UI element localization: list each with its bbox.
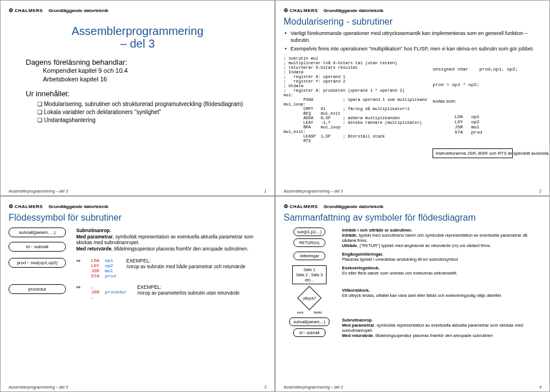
kodas-label: kodas som: bbox=[433, 99, 518, 104]
title-line-1: Assemblerprogrammering bbox=[72, 25, 203, 37]
diamond-cond: uttryck? bbox=[298, 291, 320, 305]
r2-a: Placeras typiskt i omedelbar anslutning … bbox=[342, 257, 458, 262]
desc-call: Subrutinanrop. Med parametrar, symbolisk… bbox=[342, 317, 541, 338]
chalmers-logo: CHALMERS bbox=[9, 203, 43, 209]
sym-row-cond: uttryck? sant falskt Villkorsblock. Ett … bbox=[284, 288, 541, 314]
sym-col: subcall(param,...) id←subcall bbox=[284, 317, 335, 337]
bullet-1: Vanligt förekommande operationer med utt… bbox=[284, 30, 541, 44]
r5-b: tilldelningsoperator placeras framför de… bbox=[375, 333, 493, 338]
footer-text: Assemblerprogrammering – del 3 bbox=[284, 189, 343, 193]
desc1-b-label: Med parametrar bbox=[76, 234, 113, 240]
slide-3: CHALMERS Grundläggande datorteknik Flöde… bbox=[0, 196, 275, 392]
r1-a: typiskt med subrutinens namn och symboli… bbox=[342, 233, 528, 243]
bullet-2: Exempelvis finns inte operationen "multi… bbox=[284, 46, 541, 53]
content-list: Modularisering, subrutiner och strukture… bbox=[9, 100, 266, 124]
footer-text: Assemblerprogrammering – del 3 bbox=[9, 189, 68, 193]
course-title: Grundläggande datorteknik bbox=[324, 8, 383, 13]
symbol-procedur: procedur bbox=[9, 284, 66, 294]
symbol-subcall: subcall(param, ...) bbox=[9, 228, 66, 237]
symbol-row-3: procedur ⇔ … JSR procedur … EXEMPEL: Anr… bbox=[9, 284, 266, 300]
chalmers-logo: CHALMERS bbox=[284, 7, 318, 13]
slide-title: Modularisering - subrutiner bbox=[284, 17, 541, 27]
rect-subcall: subcall(param,...) bbox=[289, 317, 329, 326]
code-example-2: … JSR procedur … bbox=[91, 284, 127, 300]
c-asm: LDA op1 LDY op2 JSR mul STA prod bbox=[433, 114, 518, 135]
title-line-2: – del 3 bbox=[120, 37, 155, 50]
diamond-legs: sant falskt bbox=[297, 311, 321, 314]
course-title: Grundläggande datorteknik bbox=[49, 8, 108, 13]
rect-exec: Sats 1 Sats 2 ; Sats 3 etc... bbox=[292, 265, 327, 284]
r3-head: Exekveringsblock. bbox=[342, 265, 380, 271]
c-column: unsigned char prod,op1, op2; prod = op1 … bbox=[433, 56, 518, 168]
slide-4: CHALMERS Grundläggande datorteknik Samma… bbox=[275, 196, 550, 392]
desc-init: Engångsinitieringar. Placeras typiskt i … bbox=[342, 252, 541, 262]
slide-footer: Assemblerprogrammering – del 3 1 bbox=[9, 189, 266, 193]
list-item: Modularisering, subrutiner och strukture… bbox=[37, 100, 266, 108]
r4-a: Ett uttryck testas, utfallet kan vara sa… bbox=[342, 293, 502, 298]
page-number: 4 bbox=[539, 385, 541, 389]
ex-text: Anrop av subrutin med både parametrar oc… bbox=[126, 264, 245, 269]
sym-col: Sats 1 Sats 2 ; Sats 3 etc... bbox=[284, 265, 335, 284]
desc-1: Subrutinanrop. Med parametrar, symbolisk… bbox=[76, 228, 266, 252]
desc1-c: , tilldelningsoperator placeras framför … bbox=[111, 246, 248, 252]
ex-label: EXEMPEL: bbox=[126, 258, 151, 264]
arrow-container: ⇔ bbox=[76, 258, 81, 264]
r5-head: Subrutinanrop. bbox=[342, 317, 373, 323]
sym-row-init: Initieringar Engångsinitieringar. Placer… bbox=[284, 252, 541, 262]
main-title: Assemblerprogrammering – del 3 bbox=[9, 25, 266, 50]
example-desc-2: EXEMPEL: Anrop av parameterlös subrutin … bbox=[137, 284, 266, 296]
desc-entry: Inträde i och utträde ur subrutiner. Int… bbox=[342, 228, 541, 248]
symbol-row-2: prod←mul(op1,op2) ⇔ LDA op1 LDY op2 JSR … bbox=[9, 258, 266, 279]
slide-header: CHALMERS Grundläggande datorteknik bbox=[284, 6, 541, 14]
compendium-line-1: Kompendiet kapitel 9 och 10.4 bbox=[43, 66, 266, 75]
slide-title: Flödessymbol för subrutiner bbox=[9, 213, 266, 223]
slide-header: CHALMERS Grundläggande datorteknik bbox=[9, 6, 266, 14]
list-item: Undantagshantering bbox=[37, 116, 266, 124]
desc1-head: Subrutinanrop. bbox=[76, 228, 111, 233]
sym-col: uttryck? sant falskt bbox=[284, 288, 335, 314]
r3-a: En eller flera satser som ordnats och ex… bbox=[342, 271, 457, 276]
content-subhead: Ur innehållet: bbox=[26, 89, 266, 98]
page-number: 2 bbox=[539, 189, 541, 193]
ex-text: Anrop av parameterlös subrutin utan retu… bbox=[137, 290, 239, 296]
chalmers-logo: CHALMERS bbox=[284, 203, 318, 209]
ex-label: EXEMPEL: bbox=[137, 284, 162, 290]
symbol-col: subcall(param, ...) id←subcall bbox=[9, 228, 66, 252]
arrow-icon: ⇔ bbox=[76, 284, 81, 290]
instruction-note: Instruktionerna JSR, BSR och RTS är spec… bbox=[433, 148, 513, 158]
symbol-row-1: subcall(param, ...) id←subcall Subrutina… bbox=[9, 228, 266, 252]
sym-row-entry: sub(p1,p2,...) RETUR(rv) Inträde i och u… bbox=[284, 228, 541, 248]
desc-cond: Villkorsblock. Ett uttryck testas, utfal… bbox=[342, 288, 541, 298]
sym-row-call: subcall(param,...) id←subcall Subrutinan… bbox=[284, 317, 541, 338]
desc-exec: Exekveringsblock. En eller flera satser … bbox=[342, 265, 541, 276]
desc1-c-label: Med returvärde bbox=[76, 246, 111, 252]
code-example-1: LDA op1 LDY op2 JSR mul STA prod bbox=[91, 258, 116, 279]
slide-1: CHALMERS Grundläggande datorteknik Assem… bbox=[0, 0, 275, 196]
slide-header: CHALMERS Grundläggande datorteknik bbox=[9, 202, 266, 210]
footer-text: Assemblerprogrammering – del 3 bbox=[9, 385, 68, 389]
example-desc-1: EXEMPEL: Anrop av subrutin med både para… bbox=[126, 258, 266, 270]
symbol-id-subcall: id←subcall bbox=[9, 242, 66, 252]
slide-footer: Assemblerprogrammering – del 3 3 bbox=[9, 385, 266, 389]
oval-init: Initieringar bbox=[293, 252, 325, 260]
sym-col: sub(p1,p2,...) RETUR(rv) bbox=[284, 228, 335, 247]
label-sant: sant bbox=[297, 311, 303, 314]
chalmers-logo: CHALMERS bbox=[9, 7, 43, 13]
symbol-mul: prod←mul(op1,op2) bbox=[9, 258, 66, 268]
page-number: 3 bbox=[264, 385, 266, 389]
slide-title: Sammanfattning av symboler för flödesdia… bbox=[284, 213, 541, 223]
footer-text: Assemblerprogrammering – del 3 bbox=[284, 385, 343, 389]
slide-header: CHALMERS Grundläggande datorteknik bbox=[284, 202, 541, 210]
symbol-col: procedur bbox=[9, 284, 66, 294]
arrow-icon: ⇔ bbox=[76, 258, 81, 264]
list-item: Lokala variabler och deklarationers "syn… bbox=[37, 108, 266, 116]
c-signature: unsigned char prod,op1, op2; bbox=[433, 66, 518, 72]
code-columns: ; subrutin mul ; multiplicerar två 8-bit… bbox=[284, 56, 541, 168]
lecture-heading: Dagens föreläsning behandlar: bbox=[26, 58, 266, 66]
course-title: Grundläggande datorteknik bbox=[49, 204, 108, 209]
page-number: 1 bbox=[264, 189, 266, 193]
course-title: Grundläggande datorteknik bbox=[324, 204, 383, 209]
sym-row-exec: Sats 1 Sats 2 ; Sats 3 etc... Exekvering… bbox=[284, 265, 541, 284]
c-expression: prod = op1 * op2; bbox=[433, 82, 518, 87]
slide-footer: Assemblerprogrammering – del 3 2 bbox=[284, 189, 541, 193]
